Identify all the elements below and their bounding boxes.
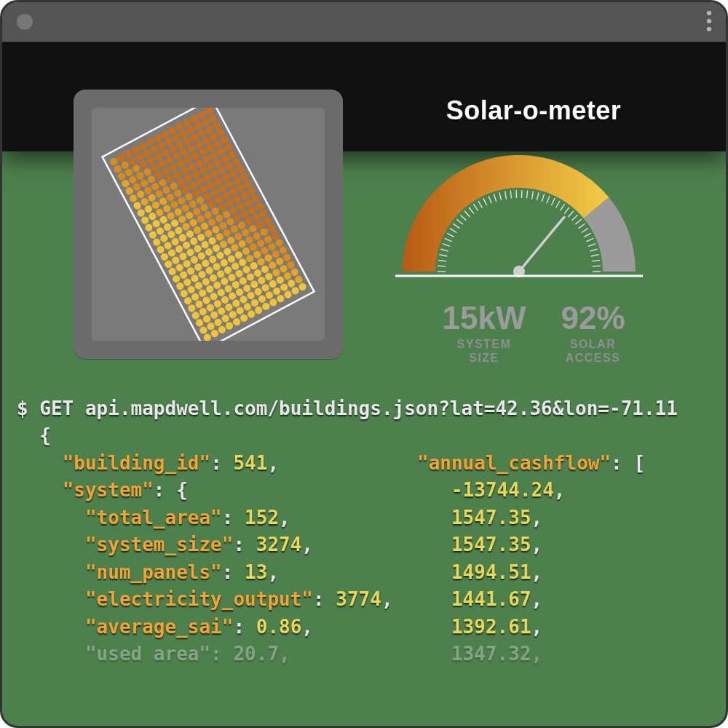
- svg-point-219: [226, 235, 236, 245]
- svg-point-62: [161, 167, 171, 177]
- svg-point-131: [173, 207, 183, 217]
- svg-point-8: [160, 130, 170, 140]
- svg-point-286: [223, 284, 234, 294]
- svg-point-24: [178, 129, 189, 139]
- svg-line-392: [590, 249, 598, 251]
- svg-point-258: [215, 269, 226, 280]
- svg-point-228: [193, 262, 203, 272]
- kebab-menu-icon[interactable]: [707, 11, 711, 31]
- svg-point-288: [238, 276, 248, 286]
- svg-line-381: [556, 201, 561, 208]
- svg-point-139: [232, 175, 242, 186]
- svg-point-348: [283, 290, 293, 300]
- roof-thumbnail: [74, 90, 343, 359]
- svg-point-299: [220, 295, 230, 305]
- svg-point-100: [143, 204, 154, 214]
- system-size-label-1: SYSTEM: [457, 338, 512, 350]
- svg-point-324: [206, 321, 216, 331]
- svg-point-98: [227, 150, 237, 160]
- svg-point-305: [264, 272, 274, 282]
- svg-point-87: [147, 193, 157, 203]
- svg-point-59: [139, 178, 149, 189]
- svg-point-290: [253, 268, 263, 278]
- svg-line-389: [584, 233, 591, 237]
- svg-point-178: [221, 210, 232, 220]
- svg-point-311: [209, 310, 219, 320]
- svg-point-84: [223, 143, 234, 153]
- svg-point-102: [158, 197, 168, 207]
- svg-point-11: [182, 118, 192, 128]
- svg-point-200: [186, 248, 196, 258]
- svg-point-117: [170, 199, 180, 210]
- svg-point-297: [205, 303, 215, 313]
- svg-point-273: [227, 272, 237, 282]
- svg-point-329: [242, 302, 253, 312]
- svg-point-143: [162, 222, 173, 232]
- app-window: Solar-o-meter 15kW SYSTEM SIZE 92%: [0, 0, 728, 728]
- svg-point-144: [170, 218, 180, 229]
- svg-point-261: [237, 257, 248, 267]
- svg-point-16: [120, 160, 130, 170]
- svg-point-300: [227, 291, 237, 301]
- svg-point-6: [146, 137, 156, 147]
- svg-point-236: [252, 231, 262, 241]
- svg-point-313: [223, 302, 234, 312]
- svg-point-147: [191, 207, 202, 217]
- svg-point-232: [223, 247, 233, 257]
- svg-point-223: [256, 220, 266, 230]
- svg-point-28: [208, 114, 218, 124]
- svg-point-285: [216, 288, 226, 298]
- svg-point-61: [154, 170, 164, 181]
- svg-point-27: [201, 117, 211, 127]
- svg-point-97: [220, 154, 230, 164]
- svg-point-239: [175, 281, 185, 291]
- svg-point-187: [189, 237, 199, 247]
- svg-point-22: [164, 137, 174, 147]
- svg-point-1: [108, 157, 119, 167]
- svg-point-214: [189, 255, 199, 265]
- svg-line-372: [510, 191, 511, 199]
- svg-point-34: [153, 151, 163, 162]
- svg-point-250: [256, 238, 266, 248]
- svg-point-47: [150, 163, 160, 173]
- svg-point-172: [178, 233, 188, 243]
- window-control-icon[interactable]: [17, 14, 33, 30]
- svg-point-248: [241, 246, 251, 256]
- svg-point-210: [258, 208, 269, 218]
- api-response-block: $ GET api.mapdwell.com/buildings.json?la…: [17, 395, 711, 717]
- svg-point-260: [230, 261, 240, 272]
- svg-point-40: [197, 128, 207, 138]
- svg-point-283: [202, 296, 212, 306]
- svg-point-340: [224, 321, 234, 331]
- svg-point-275: [242, 265, 252, 275]
- svg-point-70: [220, 135, 230, 146]
- svg-line-391: [588, 244, 596, 247]
- svg-point-266: [274, 238, 285, 248]
- svg-point-304: [256, 275, 266, 285]
- svg-point-79: [187, 162, 197, 173]
- svg-point-268: [190, 292, 200, 302]
- svg-point-221: [240, 228, 250, 238]
- svg-point-289: [245, 272, 256, 282]
- svg-point-51: [179, 147, 189, 157]
- svg-point-149: [206, 199, 216, 209]
- svg-point-318: [261, 282, 271, 293]
- svg-point-201: [193, 244, 203, 254]
- svg-point-165: [225, 198, 235, 208]
- svg-point-175: [199, 221, 210, 232]
- svg-point-120: [191, 188, 202, 198]
- svg-point-135: [202, 191, 213, 202]
- svg-point-302: [242, 283, 252, 293]
- svg-point-88: [154, 189, 165, 199]
- svg-point-48: [157, 159, 167, 170]
- svg-point-296: [198, 306, 208, 317]
- svg-point-320: [275, 275, 285, 285]
- svg-point-124: [221, 173, 231, 183]
- svg-point-169: [156, 245, 166, 255]
- svg-point-146: [184, 210, 194, 221]
- svg-point-328: [235, 306, 245, 316]
- svg-point-317: [253, 287, 264, 297]
- svg-point-203: [207, 236, 218, 246]
- svg-point-91: [176, 177, 186, 187]
- svg-point-176: [207, 217, 217, 227]
